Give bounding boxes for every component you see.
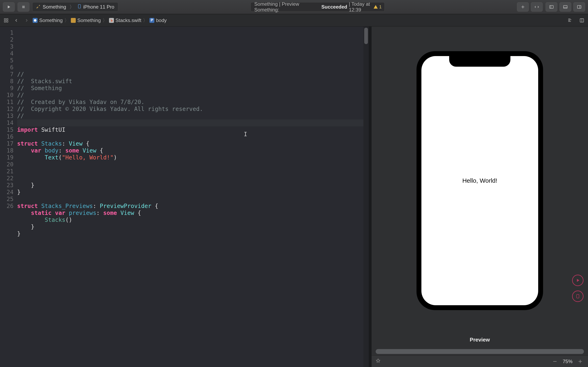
crumb-folder: Something (77, 17, 101, 23)
code-line (17, 244, 363, 251)
toggle-navigator-button[interactable] (545, 2, 557, 12)
code-line: import SwiftUI (17, 126, 363, 133)
adjust-editor-options-button[interactable] (578, 16, 586, 25)
code-line: // Stacks.swift (17, 78, 363, 85)
scheme-selector[interactable]: Something 〉 iPhone 11 Pro (32, 2, 118, 12)
code-line (17, 168, 363, 175)
chevron-right-icon: 〉 (143, 17, 148, 24)
chevron-right-icon: 〉 (69, 4, 74, 10)
code-line: // (17, 92, 363, 99)
code-line: } (17, 224, 363, 230)
svg-rect-10 (577, 294, 579, 298)
preview-canvas: Hello, World! Preview − 75% + (372, 26, 588, 367)
editor-scrollbar[interactable] (363, 26, 369, 367)
zoom-in-button[interactable]: + (577, 358, 584, 365)
code-line (17, 196, 363, 203)
main-split: 1234567891011121314151617181920212223242… (0, 26, 588, 367)
zoom-out-button[interactable]: − (551, 358, 559, 365)
crumb-project: Something (39, 17, 63, 23)
breadcrumb[interactable]: Something 〉 Something 〉 Stacks.swift 〉 P… (33, 17, 167, 24)
nav-forward-button[interactable] (22, 16, 31, 25)
svg-rect-7 (4, 21, 6, 22)
code-line: static var previews: some View { (17, 210, 363, 217)
live-preview-button[interactable] (572, 275, 584, 286)
preview-on-device-button[interactable] (572, 291, 584, 302)
canvas-horizontal-scrollbar[interactable] (376, 349, 584, 354)
code-line: // Copyright © 2020 Vikas Yadav. All rig… (17, 106, 363, 113)
svg-rect-8 (7, 21, 8, 22)
code-line (17, 237, 363, 244)
split-divider[interactable] (369, 26, 372, 367)
toggle-debug-area-button[interactable] (559, 2, 571, 12)
device-screen: Hello, World! (421, 56, 538, 305)
code-line: Stacks() (17, 217, 363, 224)
code-line: // Created by Vikas Yadav on 7/8/20. (17, 99, 363, 106)
swift-file-icon (109, 18, 114, 23)
code-line (17, 161, 363, 168)
toolbar: Something 〉 iPhone 11 Pro Something | Pr… (0, 0, 588, 14)
pin-preview-icon[interactable] (376, 359, 380, 365)
status-warning-count: 1 (379, 4, 381, 9)
svg-rect-5 (4, 18, 6, 20)
code-line: // Something (17, 85, 363, 92)
status-prefix: Something | Preview Something: (254, 1, 320, 13)
code-line: // (17, 71, 363, 78)
code-line: } (17, 182, 363, 189)
code-line: Text("Hello, World!") (17, 154, 363, 161)
svg-rect-3 (563, 6, 567, 8)
hammer-icon (36, 4, 41, 10)
jump-bar: Something 〉 Something 〉 Stacks.swift 〉 P… (0, 14, 588, 26)
project-icon (33, 18, 38, 23)
code-line: } (17, 189, 363, 196)
zoom-level: 75% (563, 359, 572, 364)
status-state: Succeeded (321, 4, 347, 10)
chevron-right-icon: 〉 (64, 17, 69, 24)
scheme-target-label: Something (43, 4, 66, 10)
toggle-inspectors-button[interactable] (573, 2, 585, 12)
svg-rect-4 (577, 6, 581, 8)
activity-status[interactable]: Something | Preview Something: Succeeded… (251, 2, 385, 12)
line-number-gutter: 1234567891011121314151617181920212223242… (0, 26, 17, 367)
minimap-button[interactable] (566, 16, 574, 25)
stop-button[interactable] (17, 2, 29, 12)
code-line (17, 175, 363, 182)
folder-icon (71, 18, 76, 23)
nav-back-button[interactable] (12, 16, 20, 25)
status-warning-badge[interactable]: 1 (373, 4, 381, 9)
property-icon: P (149, 18, 154, 23)
text-cursor-icon: I (244, 131, 247, 138)
code-line: struct Stacks_Previews: PreviewProvider … (17, 203, 363, 210)
chevron-right-icon: 〉 (103, 17, 107, 24)
related-items-button[interactable] (2, 16, 10, 25)
svg-rect-6 (7, 18, 8, 20)
device-frame: Hello, World! (416, 51, 543, 310)
code-area[interactable]: I //// Stacks.swift// Something//// Crea… (17, 26, 363, 367)
scrollbar-thumb[interactable] (364, 28, 368, 44)
source-editor[interactable]: 1234567891011121314151617181920212223242… (0, 26, 369, 367)
svg-rect-2 (550, 6, 553, 8)
code-line: var body: some View { (17, 147, 363, 154)
library-button[interactable] (517, 2, 529, 12)
preview-rendered-text: Hello, World! (462, 177, 497, 184)
scheme-device-label: iPhone 11 Pro (83, 4, 114, 10)
code-line: } (17, 230, 363, 237)
canvas-stage[interactable]: Hello, World! (372, 26, 588, 334)
code-line: // (17, 113, 363, 119)
run-button[interactable] (3, 2, 15, 12)
warning-icon (373, 5, 378, 9)
preview-label: Preview (372, 334, 588, 349)
crumb-file: Stacks.swift (116, 17, 141, 23)
canvas-bottom-bar: − 75% + (372, 356, 588, 367)
code-line (17, 133, 363, 140)
svg-rect-0 (22, 6, 25, 8)
code-line: struct Stacks: View { (17, 140, 363, 147)
svg-rect-1 (78, 4, 80, 8)
code-review-button[interactable] (531, 2, 543, 12)
device-notch (449, 56, 510, 67)
phone-icon (78, 4, 81, 10)
crumb-symbol: body (156, 17, 167, 23)
current-line-highlight (17, 119, 363, 126)
